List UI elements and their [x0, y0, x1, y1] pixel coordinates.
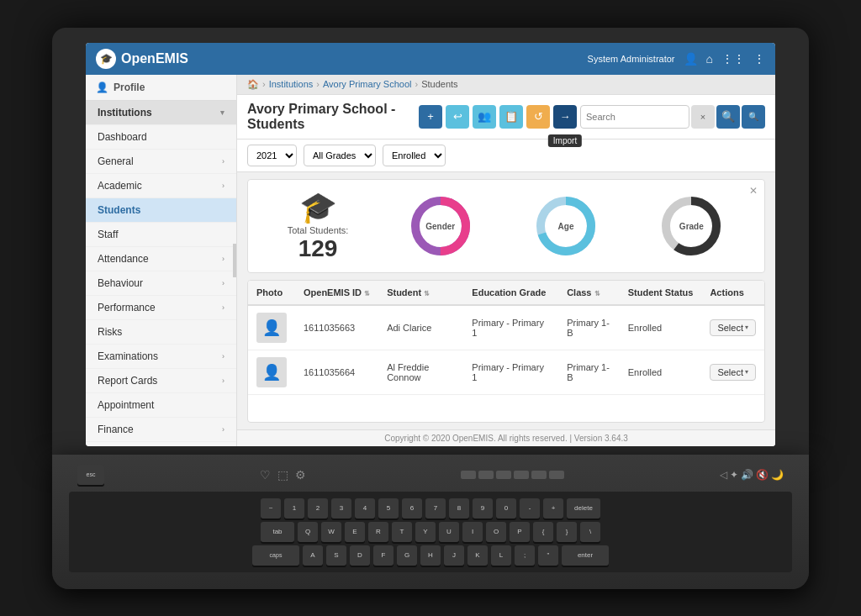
toolbar: + ↩ 👥 📋 ↺ → Import [419, 105, 765, 129]
year-filter[interactable]: 2021 [247, 145, 297, 166]
student-photo-cell: 👤 [248, 305, 295, 350]
sidebar-item-dashboard[interactable]: Dashboard [86, 125, 236, 150]
w-key: W [321, 522, 341, 542]
keyboard: esc ♡ ⬚ ⚙ ◁ ✦ 🔊 🔇 🌙 [52, 455, 809, 589]
8-key: 8 [449, 498, 469, 519]
esc-key: esc [77, 465, 104, 485]
d-key: D [350, 545, 370, 566]
breadcrumb-school[interactable]: Avory Primary School [323, 79, 412, 89]
gender-label: Gender [425, 221, 455, 230]
plus-key: + [543, 498, 563, 519]
sidebar-item-label: Academic [98, 180, 142, 192]
advanced-search-button[interactable]: 🔍 [742, 105, 765, 129]
chevron-right-icon: › [222, 157, 224, 166]
sidebar-item-label: Examinations [98, 350, 158, 362]
back-button[interactable]: ↩ [446, 105, 469, 129]
sidebar-item-finance[interactable]: Finance › [86, 418, 236, 442]
sidebar-item-risks[interactable]: Risks [86, 320, 236, 345]
status-filter[interactable]: Enrolled [383, 145, 446, 166]
sidebar-collapse-button[interactable]: ‹ [233, 244, 237, 277]
breadcrumb-home[interactable]: 🏠 [247, 79, 259, 90]
sidebar-item-students[interactable]: Students [86, 198, 236, 223]
sidebar-item-label: Appointment [98, 399, 154, 411]
enter-key: enter [562, 545, 609, 566]
rbracket-key: } [557, 522, 577, 542]
sidebar-item-staff[interactable]: Staff [86, 223, 236, 247]
sidebar-item-academic[interactable]: Academic › [86, 174, 236, 198]
logo: 🎓 OpenEMIS [96, 49, 188, 69]
col-education-grade: Education Grade [463, 281, 558, 305]
footer-text: Copyright © 2020 OpenEMIS. All rights re… [384, 434, 628, 443]
sidebar-item-appointment[interactable]: Appointment [86, 393, 236, 418]
j-key: J [444, 545, 464, 566]
sidebar-item-performance[interactable]: Performance › [86, 296, 236, 320]
chevron-right-icon: › [222, 352, 224, 361]
home-icon[interactable]: ⌂ [706, 52, 713, 66]
header-user: System Administrator [588, 54, 675, 64]
o-key: O [486, 522, 506, 542]
sidebar-item-infrastructures[interactable]: Infrastructures › [86, 442, 236, 446]
sidebar-item-institutions[interactable]: Institutions ▾ [86, 101, 236, 125]
sidebar-item-general[interactable]: General › [86, 150, 236, 174]
stats-panel: ✕ 🎓 Total Students: 129 [247, 179, 765, 273]
grade-donut: Grade [658, 192, 725, 260]
content-header: Avory Primary School - Students + ↩ 👥 📋 … [237, 95, 775, 140]
table-header-row: Photo OpenEMIS ID ⇅ Student ⇅ Education … [248, 281, 764, 305]
user-icon[interactable]: 👤 [684, 52, 698, 66]
r-key: R [368, 522, 388, 542]
lbracket-key: { [533, 522, 553, 542]
u-key: U [439, 522, 459, 542]
s-key: S [326, 545, 346, 566]
1-key: 1 [284, 498, 304, 519]
student-photo: 👤 [256, 357, 287, 387]
l-key: L [491, 545, 511, 566]
a-key: A [303, 545, 323, 566]
sidebar-profile: 👤 Profile [86, 75, 236, 101]
minus-key: - [520, 498, 540, 519]
import-tooltip: Import [548, 134, 582, 147]
student-education-grade: Primary - Primary 1 [463, 305, 558, 350]
col-openemis-id[interactable]: OpenEMIS ID ⇅ [295, 281, 378, 305]
search-clear-button[interactable]: × [691, 105, 715, 129]
sidebar-item-behaviour[interactable]: Behaviour › [86, 271, 236, 296]
5-key: 5 [378, 498, 399, 519]
grade-label: Grade [679, 221, 704, 230]
breadcrumb-institutions[interactable]: Institutions [269, 79, 314, 89]
graduation-icon: 🎓 [288, 190, 349, 225]
sidebar-item-examinations[interactable]: Examinations › [86, 345, 236, 369]
student-openemis-id: 1611035664 [295, 350, 378, 394]
total-students: 🎓 Total Students: 129 [288, 190, 349, 262]
col-student[interactable]: Student ⇅ [378, 281, 463, 305]
filter-bar: 2021 All Grades Enrolled [237, 140, 775, 172]
sidebar: 👤 Profile Institutions ▾ Dashboard [86, 75, 237, 446]
sidebar-item-attendance[interactable]: Attendance › [86, 247, 236, 271]
import-button-wrapper: → Import [553, 105, 577, 129]
select-button[interactable]: Select ▾ [710, 319, 756, 336]
student-education-grade: Primary - Primary 1 [463, 350, 558, 394]
col-class[interactable]: Class ⇅ [558, 281, 620, 305]
2-key: 2 [308, 498, 328, 519]
more-icon[interactable]: ⋮ [753, 52, 765, 66]
t-key: T [392, 522, 412, 542]
sidebar-item-label: General [98, 155, 134, 167]
users-button[interactable]: 👥 [473, 105, 496, 129]
refresh-button[interactable]: ↺ [526, 105, 550, 129]
copy-button[interactable]: 📋 [499, 105, 523, 129]
import-button[interactable]: → [553, 105, 577, 129]
col-actions: Actions [701, 281, 764, 305]
grid-icon[interactable]: ⋮⋮ [721, 52, 745, 66]
7-key: 7 [425, 498, 446, 519]
chevron-right-icon: › [222, 255, 224, 263]
add-button[interactable]: + [419, 105, 442, 129]
sidebar-item-report-cards[interactable]: Report Cards › [86, 369, 236, 393]
h-key: H [420, 545, 441, 566]
student-openemis-id: 1611035663 [295, 305, 378, 350]
search-submit-button[interactable]: 🔍 [716, 105, 740, 129]
stats-close-button[interactable]: ✕ [749, 185, 758, 197]
search-input[interactable] [580, 105, 689, 129]
total-students-count: 129 [288, 235, 349, 262]
keyboard-keys: ~ 1 2 3 4 5 6 7 8 9 0 - + delete tab Q W… [69, 492, 792, 572]
main-content: 🏠 › Institutions › Avory Primary School … [237, 75, 775, 446]
select-button[interactable]: Select ▾ [710, 364, 756, 381]
grade-filter[interactable]: All Grades [304, 145, 376, 166]
